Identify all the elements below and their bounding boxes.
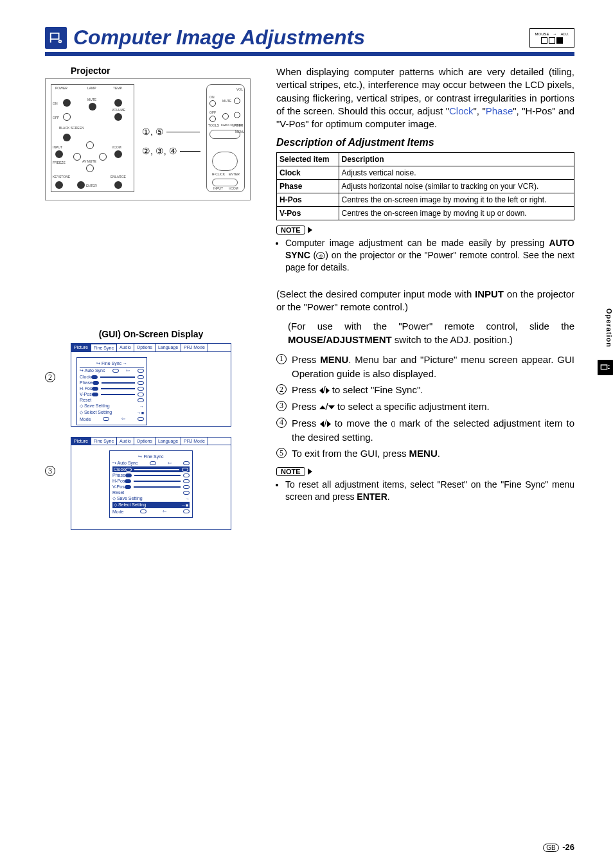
label-lamp: LAMP bbox=[87, 86, 96, 90]
s3-pre: Press bbox=[292, 401, 319, 412]
mouse-adj-switch-diagram: MOUSE → ADJ. bbox=[529, 28, 574, 48]
intro-mid: ", " bbox=[474, 105, 486, 116]
label-input2: INPUT bbox=[213, 186, 223, 190]
note-1-text: Computer image adjustment can be made ea… bbox=[285, 237, 574, 274]
td-item: Phase bbox=[277, 180, 339, 193]
sel-pre: (Select the desired computer input mode … bbox=[276, 288, 475, 299]
callout-2-3-4: ②, ③, ④ bbox=[142, 146, 177, 156]
gui-marker-3: 3 bbox=[45, 466, 55, 476]
gi-mode: Mode bbox=[80, 417, 91, 421]
down-arrow-icon bbox=[328, 405, 335, 409]
s4-pre: Press bbox=[292, 418, 320, 429]
gi-autosync-2: Auto Sync bbox=[118, 461, 138, 465]
select-input-line: (Select the desired computer input mode … bbox=[276, 288, 574, 314]
label-ircom: IrCOM bbox=[112, 145, 121, 149]
label-mute2: MUTE bbox=[222, 99, 231, 103]
link-clock[interactable]: Clock bbox=[449, 105, 474, 116]
n2-pre: To reset all adjustment items, select "R… bbox=[285, 479, 574, 502]
label-enlarge: ENLARGE bbox=[111, 175, 126, 179]
tab-fine-sync-2: Fine Sync bbox=[91, 438, 117, 445]
callout-1-5: ①, ⑤ bbox=[142, 127, 164, 137]
gi-hpos-2: H-Pos bbox=[112, 479, 125, 483]
table-row: Clock Adjusts vertical noise. bbox=[277, 166, 574, 180]
step-num-5: 5 bbox=[276, 448, 287, 458]
up-arrow-icon bbox=[319, 405, 326, 409]
gi-hpos: H-Pos bbox=[80, 386, 92, 391]
label-tools: TOOLS bbox=[208, 123, 219, 127]
step-num-4: 4 bbox=[276, 418, 287, 428]
label-black: BLACK SCREEN bbox=[59, 126, 84, 130]
gi-clock-2: Clock bbox=[114, 467, 125, 472]
label-temp: TEMP. bbox=[113, 86, 123, 90]
label-vol: VOL bbox=[236, 87, 243, 91]
label-enter2: ENTER bbox=[229, 172, 240, 176]
sw-pre: (For use with the "Power" remote control… bbox=[288, 321, 574, 332]
side-tab-operation: Operation bbox=[605, 308, 613, 348]
gui-panel-2: Picture Fine Sync Audio Options Language… bbox=[71, 437, 231, 530]
label-volume: VOLUME bbox=[112, 108, 125, 112]
th-desc: Description bbox=[339, 153, 574, 166]
table-row: H-Pos Centres the on-screen image by mov… bbox=[277, 193, 574, 207]
fine-sync-title-2: Fine Sync bbox=[143, 454, 163, 459]
step-5: 5 To exit from the GUI, press MENU. bbox=[276, 447, 574, 461]
n2-post: . bbox=[387, 492, 390, 502]
step-3: 3 Press / to select a specific adjustmen… bbox=[276, 400, 574, 414]
step-num-1: 1 bbox=[276, 354, 287, 364]
td-item: H-Pos bbox=[277, 193, 339, 207]
s1-bold: MENU bbox=[320, 354, 348, 365]
td-desc: Adjusts vertical noise. bbox=[339, 166, 574, 180]
projector-remote-diagram: POWER LAMP TEMP. ON MUTE VOLUME OFF BLAC… bbox=[45, 78, 251, 200]
s4-mid: to move the bbox=[331, 418, 391, 429]
switch-line: (For use with the "Power" remote control… bbox=[288, 320, 574, 346]
desc-heading: Description of Adjustment Items bbox=[276, 137, 574, 148]
gui-marker-2: 2 bbox=[45, 372, 55, 382]
label-on2: ON bbox=[209, 95, 215, 99]
gb-badge: GB bbox=[543, 844, 558, 852]
s5-bold: MENU bbox=[409, 448, 438, 459]
n1-mid: ( bbox=[310, 250, 316, 260]
td-desc: Adjusts horizontal noise (similar to tra… bbox=[339, 180, 574, 193]
n2-bold: ENTER bbox=[357, 492, 387, 502]
label-rclick: R-CLICK bbox=[212, 172, 225, 176]
label-mute: MUTE bbox=[87, 98, 96, 102]
gi-phase-2: Phase bbox=[112, 473, 125, 477]
sel-bold: INPUT bbox=[475, 288, 504, 299]
tab-audio-2: Audio bbox=[117, 438, 134, 445]
label-adj: ADJ. bbox=[561, 32, 569, 36]
intro-paragraph: When displaying computer patterns which … bbox=[276, 66, 574, 130]
step-1: 1 Press MENU. Menu bar and "Picture" men… bbox=[276, 353, 574, 381]
gi-reset-2: Reset bbox=[112, 490, 124, 495]
tab-prj-2: PRJ Mode bbox=[181, 438, 208, 445]
tab-fine-sync: Fine Sync bbox=[91, 344, 117, 351]
gi-save-2: Save Setting bbox=[117, 496, 143, 500]
left-arrow-icon-2 bbox=[320, 421, 324, 427]
gi-phase: Phase bbox=[80, 380, 93, 385]
tab-language-2: Language bbox=[155, 438, 181, 445]
page-title: Computer Image Adjustments bbox=[73, 26, 365, 49]
note-arrow-icon-2 bbox=[308, 468, 312, 475]
s2-pre: Press bbox=[292, 384, 319, 395]
n1-post: ) on the projector or the "Power" remote… bbox=[285, 250, 574, 272]
step-4: 4 Press / to move the mark of the select… bbox=[276, 416, 574, 445]
step-2: 2 Press / to select "Fine Sync". bbox=[276, 383, 574, 397]
gi-save: Save Setting bbox=[84, 403, 110, 408]
gui-panel-1: Picture Fine Sync Audio Options Language… bbox=[71, 343, 231, 427]
page-header: Computer Image Adjustments MOUSE → ADJ. bbox=[45, 26, 574, 56]
td-desc: Centres the on-screen image by moving it… bbox=[339, 207, 574, 220]
label-input: INPUT bbox=[53, 145, 62, 149]
gi-select: Select Setting bbox=[84, 410, 112, 414]
label-on: ON bbox=[53, 102, 58, 105]
tab-picture-2: Picture bbox=[71, 438, 91, 445]
label-power: POWER bbox=[55, 86, 67, 90]
label-enter: ENTER bbox=[86, 184, 97, 188]
td-item: V-Pos bbox=[277, 207, 339, 220]
label-laser: LASER bbox=[233, 123, 243, 127]
note-2-text: To reset all adjustment items, select "R… bbox=[285, 479, 574, 503]
label-off2: OFF bbox=[209, 111, 216, 114]
label-avmute: AV MUTE bbox=[82, 159, 96, 163]
step-num-3: 3 bbox=[276, 401, 287, 411]
link-phase[interactable]: Phase bbox=[486, 105, 513, 116]
svg-point-1 bbox=[59, 40, 62, 42]
svg-rect-2 bbox=[601, 365, 607, 369]
note-arrow-icon bbox=[308, 227, 312, 233]
